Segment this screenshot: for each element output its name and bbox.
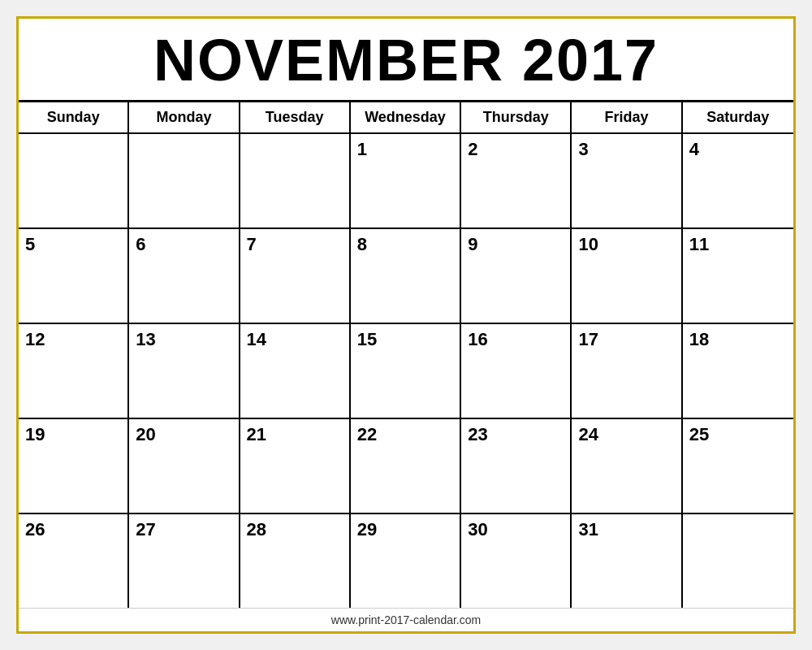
day-cell: 15: [351, 324, 461, 418]
day-cell: 18: [683, 324, 793, 418]
day-cell: 24: [572, 419, 682, 513]
day-cell: 7: [240, 229, 351, 323]
day-cell: 5: [19, 229, 129, 323]
day-header-wednesday: Wednesday: [351, 102, 461, 132]
calendar-footer: www.print-2017-calendar.com: [19, 608, 793, 631]
day-headers: SundayMondayTuesdayWednesdayThursdayFrid…: [19, 102, 793, 134]
day-header-friday: Friday: [572, 102, 682, 132]
day-header-saturday: Saturday: [683, 102, 793, 132]
calendar-weeks: 1234567891011121314151617181920212223242…: [19, 134, 793, 608]
day-cell: 9: [461, 229, 572, 323]
day-cell: [19, 134, 129, 228]
day-header-sunday: Sunday: [19, 102, 129, 132]
day-cell: 13: [129, 324, 240, 418]
calendar: NOVEMBER 2017 SundayMondayTuesdayWednesd…: [16, 16, 796, 634]
day-cell: 19: [19, 419, 129, 513]
day-header-monday: Monday: [129, 102, 240, 132]
calendar-title: NOVEMBER 2017: [19, 19, 793, 102]
day-cell: 8: [351, 229, 461, 323]
day-cell: 26: [19, 514, 129, 608]
day-cell: 23: [461, 419, 572, 513]
day-cell: 21: [240, 419, 351, 513]
day-cell: 2: [461, 134, 572, 228]
week-row-3: 12131415161718: [19, 324, 793, 419]
week-row-1: 1234: [19, 134, 793, 229]
day-cell: 27: [129, 514, 240, 608]
day-cell: 10: [572, 229, 682, 323]
week-row-4: 19202122232425: [19, 419, 793, 514]
day-cell: 4: [683, 134, 793, 228]
day-cell: 28: [240, 514, 351, 608]
day-cell: [129, 134, 240, 228]
day-cell: 11: [683, 229, 793, 323]
day-cell: [683, 514, 793, 608]
calendar-grid: SundayMondayTuesdayWednesdayThursdayFrid…: [19, 102, 793, 608]
day-cell: 12: [19, 324, 129, 418]
day-cell: 20: [129, 419, 240, 513]
day-cell: 3: [572, 134, 682, 228]
day-cell: 16: [461, 324, 572, 418]
day-cell: 25: [683, 419, 793, 513]
week-row-2: 567891011: [19, 229, 793, 324]
week-row-5: 262728293031: [19, 514, 793, 608]
day-header-tuesday: Tuesday: [240, 102, 351, 132]
day-cell: 14: [240, 324, 351, 418]
day-cell: 22: [351, 419, 461, 513]
day-cell: 1: [351, 134, 461, 228]
day-header-thursday: Thursday: [461, 102, 572, 132]
day-cell: 6: [129, 229, 240, 323]
day-cell: 31: [572, 514, 682, 608]
day-cell: [240, 134, 351, 228]
day-cell: 29: [351, 514, 461, 608]
day-cell: 17: [572, 324, 682, 418]
day-cell: 30: [461, 514, 572, 608]
